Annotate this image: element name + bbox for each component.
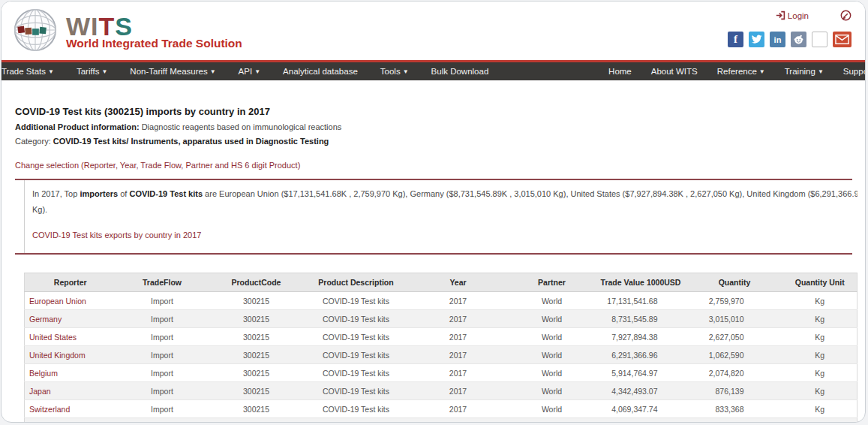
cell-trade-value-1000usd: 5,914,764.97: [596, 364, 686, 382]
cell-product-description: COVID-19 Test kits: [305, 382, 408, 400]
content-divider-bottom: [15, 253, 852, 255]
nav-item-tools[interactable]: Tools▼: [380, 62, 409, 81]
cell-reporter: European Union: [25, 292, 116, 310]
chevron-down-icon: ▼: [101, 68, 107, 75]
column-header-product-description: Product Description: [305, 273, 408, 292]
cell-year: 2017: [408, 328, 509, 346]
column-header-quantity: Quantity: [686, 273, 783, 292]
exports-by-country-link[interactable]: COVID-19 Test kits exports by country in…: [32, 231, 201, 240]
cell-quantity-unit: Kg: [783, 382, 857, 400]
page-card: WITS World Integrated Trade Solution Log…: [1, 1, 866, 423]
cell-reporter: Belgium: [25, 364, 116, 382]
cell-trade-value-1000usd: 7,927,894.38: [596, 328, 686, 346]
cell-partner: World: [509, 292, 596, 310]
cell-quantity: 202,805: [686, 418, 783, 423]
cell-productcode: 300215: [209, 292, 305, 310]
nav-item-reference[interactable]: Reference▼: [717, 62, 765, 81]
cell-trade-value-1000usd: 17,131,541.68: [596, 292, 686, 310]
login-label: Login: [788, 11, 809, 20]
summary-text-line2: Kg).: [32, 205, 865, 214]
nav-item-home[interactable]: Home: [608, 62, 632, 80]
cell-productcode: 300215: [209, 328, 305, 346]
cell-year: 2017: [408, 310, 509, 328]
register-edit-icon[interactable]: [840, 10, 851, 21]
reporter-link[interactable]: Japan: [29, 387, 51, 396]
nav-item-training[interactable]: Training▼: [785, 62, 824, 81]
nav-item-api[interactable]: API▼: [239, 62, 260, 81]
table-row: BelgiumImport300215COVID-19 Test kits201…: [25, 364, 857, 382]
cell-productcode: 300215: [209, 364, 305, 382]
cell-productcode: 300215: [209, 382, 305, 400]
social-icons: fin: [728, 32, 851, 47]
table-header-row: ReporterTradeFlowProductCodeProduct Desc…: [25, 273, 857, 292]
summary-text-line1: In 2017, Top importers of COVID-19 Test …: [32, 189, 857, 198]
cell-trade-value-1000usd: 3,654,102.77: [596, 418, 686, 423]
cell-productcode: 300215: [209, 418, 305, 423]
cell-trade-value-1000usd: 4,342,493.07: [596, 382, 686, 400]
cell-tradeflow: Import: [116, 364, 209, 382]
reporter-link[interactable]: Belgium: [29, 369, 58, 378]
cell-reporter: Switzerland: [25, 400, 116, 418]
cell-product-description: COVID-19 Test kits: [305, 346, 408, 364]
reporter-link[interactable]: United Kingdom: [29, 351, 86, 360]
column-header-reporter: Reporter: [25, 273, 116, 292]
main-content: COVID-19 Test kits (300215) imports by c…: [2, 106, 865, 423]
wits-logo[interactable]: WITS World Integrated Trade Solution: [12, 7, 242, 53]
main-nav: Trade Stats▼Tariffs▼Non-Tariff Measures▼…: [2, 62, 865, 80]
column-header-trade-value-1000usd: Trade Value 1000USD: [596, 273, 686, 292]
cell-product-description: COVID-19 Test kits: [305, 364, 408, 382]
cell-quantity-unit: Kg: [783, 400, 857, 418]
sign-in-icon: [776, 11, 785, 20]
table-row: IrelandImport300215COVID-19 Test kits201…: [25, 418, 857, 423]
cell-quantity-unit: Kg: [783, 418, 857, 423]
table-row: GermanyImport300215COVID-19 Test kits201…: [25, 310, 857, 328]
reporter-link[interactable]: United States: [29, 333, 77, 342]
cell-reporter: Japan: [25, 382, 116, 400]
facebook-icon[interactable]: f: [728, 32, 743, 47]
cell-tradeflow: Import: [116, 328, 209, 346]
cell-quantity-unit: Kg: [783, 310, 857, 328]
nav-item-tariffs[interactable]: Tariffs▼: [77, 62, 107, 81]
cell-tradeflow: Import: [116, 346, 209, 364]
column-header-partner: Partner: [509, 273, 596, 292]
category-label: Category:: [15, 137, 51, 146]
nav-item-non-tariff-measures[interactable]: Non-Tariff Measures▼: [130, 62, 215, 81]
category-line: Category: COVID-19 Test kits/ Instrument…: [15, 137, 865, 146]
results-table: ReporterTradeFlowProductCodeProduct Desc…: [24, 273, 857, 423]
reddit-icon[interactable]: [791, 32, 806, 47]
nav-item-bulk-download[interactable]: Bulk Download: [431, 62, 489, 80]
nav-item-support[interactable]: Support▼: [843, 62, 866, 81]
globe-icon: [12, 7, 59, 53]
cell-trade-value-1000usd: 6,291,366.96: [596, 346, 686, 364]
email-icon[interactable]: [833, 32, 851, 47]
cell-partner: World: [509, 346, 596, 364]
nav-item-about-wits[interactable]: About WITS: [651, 62, 698, 80]
nav-item-trade-stats[interactable]: Trade Stats▼: [2, 62, 54, 81]
twitter-icon[interactable]: [749, 32, 764, 47]
cell-productcode: 300215: [209, 400, 305, 418]
cell-product-description: COVID-19 Test kits: [305, 328, 408, 346]
cell-product-description: COVID-19 Test kits: [305, 310, 408, 328]
wits-wordmark: WITS World Integrated Trade Solution: [66, 16, 242, 50]
delicious-icon[interactable]: [812, 32, 827, 47]
change-selection-link[interactable]: Change selection (Reporter, Year, Trade …: [15, 161, 300, 170]
cell-year: 2017: [408, 418, 509, 423]
cell-tradeflow: Import: [116, 292, 209, 310]
cell-product-description: COVID-19 Test kits: [305, 400, 408, 418]
reporter-link[interactable]: Ireland: [29, 423, 53, 423]
reporter-link[interactable]: Switzerland: [29, 405, 70, 414]
cell-trade-value-1000usd: 4,069,347.74: [596, 400, 686, 418]
cell-quantity: 1,062,590: [686, 346, 783, 364]
nav-item-analytical-database[interactable]: Analytical database: [283, 62, 358, 80]
reporter-link[interactable]: Germany: [29, 315, 62, 324]
reporter-link[interactable]: European Union: [29, 297, 86, 306]
linkedin-icon[interactable]: in: [770, 32, 785, 47]
column-header-productcode: ProductCode: [209, 273, 305, 292]
cell-reporter: Ireland: [25, 418, 116, 423]
cell-quantity-unit: Kg: [783, 292, 857, 310]
login-button[interactable]: Login: [776, 11, 809, 20]
table-row: JapanImport300215COVID-19 Test kits2017W…: [25, 382, 857, 400]
results-table-wrap: ReporterTradeFlowProductCodeProduct Desc…: [24, 273, 852, 423]
cell-product-description: COVID-19 Test kits: [305, 292, 408, 310]
cell-partner: World: [509, 364, 596, 382]
